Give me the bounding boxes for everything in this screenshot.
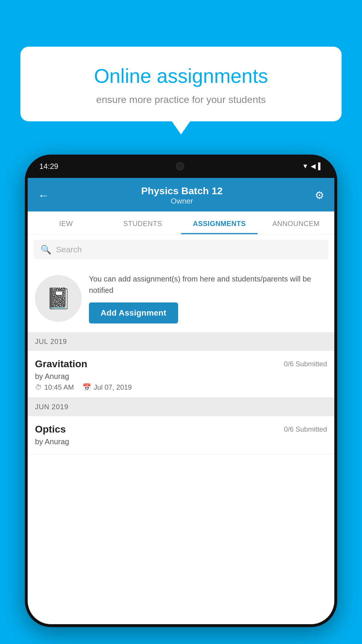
info-box: 📓 You can add assignment(s) from here an… (28, 265, 334, 332)
battery-icon: ▌ (318, 162, 323, 170)
assignment-name: Gravitation (35, 358, 87, 370)
calendar-icon: 📅 (82, 383, 91, 391)
section-label-jun: JUN 2019 (35, 403, 68, 411)
search-bar-wrapper: 🔍 Search (28, 235, 334, 265)
status-bar: 14:29 ▼ ◀ ▌ (25, 155, 337, 178)
assignment-name-optics: Optics (35, 424, 66, 435)
status-time: 14:29 (39, 162, 58, 171)
notebook-icon: 📓 (46, 286, 71, 310)
tab-iew[interactable]: IEW (28, 211, 104, 234)
page-title: Physics Batch 12 (49, 185, 315, 197)
assignment-meta: ⏱ 10:45 AM 📅 Jul 07, 2019 (35, 383, 327, 391)
header-center: Physics Batch 12 Owner (49, 185, 315, 206)
speech-bubble-section: Online assignments ensure more practice … (20, 47, 342, 121)
search-icon: 🔍 (41, 244, 51, 255)
app-header: ← Physics Batch 12 Owner ⚙ (28, 178, 334, 211)
front-camera (176, 162, 184, 170)
assignment-author: by Anurag (35, 372, 327, 381)
speech-bubble: Online assignments ensure more practice … (20, 47, 342, 121)
assignment-submitted-optics: 0/6 Submitted (284, 425, 327, 433)
assignment-date: 📅 Jul 07, 2019 (82, 383, 132, 391)
status-icons: ▼ ◀ ▌ (302, 162, 323, 170)
add-assignment-button[interactable]: Add Assignment (89, 302, 178, 323)
signal-icon: ◀ (311, 162, 316, 170)
section-label-jul: JUL 2019 (35, 337, 67, 345)
phone-screen: ← Physics Batch 12 Owner ⚙ IEW STUDENTS … (28, 178, 334, 624)
section-header-jun: JUN 2019 (28, 398, 334, 416)
list-item[interactable]: Optics 0/6 Submitted by Anurag (28, 416, 334, 455)
time-value: 10:45 AM (44, 383, 74, 391)
tab-assignments[interactable]: ASSIGNMENTS (181, 211, 258, 234)
assignment-author-optics: by Anurag (35, 437, 327, 446)
section-header-jul: JUL 2019 (28, 332, 334, 351)
search-placeholder: Search (56, 245, 82, 254)
date-value: Jul 07, 2019 (94, 383, 132, 391)
page-subtitle: Owner (49, 197, 315, 206)
back-button[interactable]: ← (38, 189, 49, 202)
bubble-subtitle: ensure more practice for your students (41, 94, 321, 105)
assignment-submitted-count: 0/6 Submitted (284, 360, 327, 368)
phone-frame: 14:29 ▼ ◀ ▌ ← Physics Batch 12 Owner ⚙ I… (25, 155, 337, 627)
wifi-icon: ▼ (302, 162, 309, 170)
assignment-icon-circle: 📓 (35, 275, 82, 322)
assignment-top-row-optics: Optics 0/6 Submitted (35, 424, 327, 435)
list-item[interactable]: Gravitation 0/6 Submitted by Anurag ⏱ 10… (28, 351, 334, 398)
info-right: You can add assignment(s) from here and … (89, 273, 327, 323)
tab-students[interactable]: STUDENTS (104, 211, 181, 234)
search-bar[interactable]: 🔍 Search (34, 240, 328, 259)
info-description: You can add assignment(s) from here and … (89, 273, 327, 296)
bubble-title: Online assignments (41, 64, 321, 88)
clock-icon: ⏱ (35, 383, 42, 391)
assignment-time: ⏱ 10:45 AM (35, 383, 74, 391)
assignment-top-row: Gravitation 0/6 Submitted (35, 358, 327, 370)
settings-button[interactable]: ⚙ (315, 189, 324, 202)
tab-announcements[interactable]: ANNOUNCEM (258, 211, 334, 234)
tabs-bar: IEW STUDENTS ASSIGNMENTS ANNOUNCEM (28, 211, 334, 235)
